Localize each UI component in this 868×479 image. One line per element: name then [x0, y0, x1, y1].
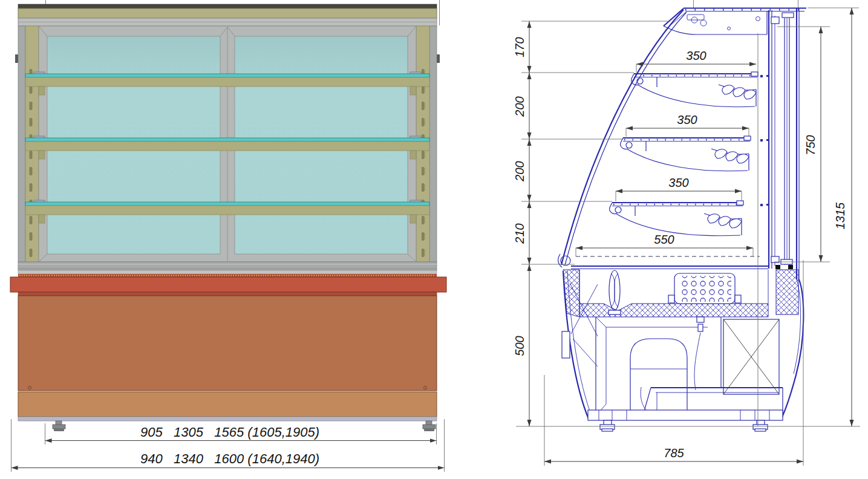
- dim-500: 500: [513, 336, 526, 356]
- side-foot-right: [753, 420, 768, 431]
- shelf-standard-slots-right: [422, 65, 425, 260]
- shelf-depth-dims: 350 350 350: [616, 49, 756, 201]
- shelf-hook: [39, 86, 45, 95]
- dim-350b: 350: [677, 113, 697, 126]
- inner-height-dim: 750: [774, 27, 830, 262]
- rail-cap: [782, 13, 794, 18]
- front-view: 905 1305 1565 (1605,1905) 940 1340 1600 …: [10, 0, 446, 472]
- side-shelf-2: [621, 136, 768, 171]
- side-shelf-3: [610, 201, 768, 236]
- side-rear-wall: [769, 8, 799, 279]
- dim-200b: 200: [513, 161, 526, 181]
- red-underband: [18, 292, 437, 296]
- foot-left: [53, 421, 65, 431]
- insulation-hatch-right: [776, 270, 798, 314]
- dim-350a: 350: [686, 49, 706, 62]
- outer-edge-right: [429, 26, 437, 262]
- shelf-hook: [410, 215, 416, 223]
- side-deck: [571, 256, 768, 269]
- base-light-strip: [18, 270, 437, 274]
- height-chain: 170 200 200 210 500: [513, 21, 529, 426]
- front-base: [10, 262, 446, 421]
- base-gray-band: [18, 262, 437, 270]
- foot-right: [423, 421, 436, 431]
- shelf-hook: [410, 86, 416, 95]
- side-basin: [563, 270, 798, 317]
- front-dimensions: 905 1305 1565 (1605,1905) 940 1340 1600 …: [11, 419, 445, 472]
- total-height-dim: 1315: [808, 8, 859, 426]
- side-foot-left: [600, 420, 615, 431]
- side-dimensions: 170 200 200 210 500 350 350 350: [513, 8, 860, 466]
- dimension-label-overall-width: 940 1340 1600 (1640,1940): [140, 451, 319, 466]
- evaporator-perforated-plate: [668, 273, 741, 304]
- side-shelf-1: [631, 72, 768, 107]
- shelf-glass: [25, 138, 429, 142]
- rail-cap: [771, 17, 779, 24]
- dim-550: 550: [654, 233, 674, 246]
- shelf-bar: [25, 142, 429, 151]
- shelf-bar: [25, 77, 429, 86]
- gasket: [788, 265, 793, 269]
- technical-drawing-page: 905 1305 1565 (1605,1905) 940 1340 1600 …: [0, 0, 868, 479]
- dim-350c: 350: [668, 176, 688, 189]
- insulation-hatch-bottom: [579, 304, 768, 317]
- base-red-band: [10, 277, 446, 292]
- dim-785: 785: [664, 446, 684, 460]
- side-view: 170 200 200 210 500 350 350 350: [513, 0, 860, 466]
- shelf-bar: [25, 206, 429, 215]
- gasket: [775, 265, 780, 269]
- drain-cable: [694, 317, 704, 390]
- access-panel: [562, 331, 570, 358]
- shelf-glass: [25, 202, 429, 206]
- base-terracotta-panel: [18, 296, 437, 391]
- compressor: [630, 339, 687, 416]
- top-edge-strip: [18, 4, 437, 8]
- plinth: [588, 410, 783, 420]
- shelf-hook: [39, 215, 45, 223]
- dim-170: 170: [513, 37, 526, 57]
- shelf-hook: [39, 151, 45, 159]
- shelf-glass: [25, 74, 429, 77]
- dim-200a: 200: [513, 96, 526, 117]
- condenser: [723, 319, 779, 394]
- top-khaki-band: [18, 8, 437, 18]
- dim-210: 210: [513, 223, 526, 244]
- dimension-label-body-width: 905 1305 1565 (1605,1905): [140, 425, 319, 440]
- technical-drawing-canvas: 905 1305 1565 (1605,1905) 940 1340 1600 …: [0, 0, 868, 479]
- rail-cap: [771, 256, 779, 262]
- plinth-strip: [18, 417, 437, 421]
- dim-1315: 1315: [834, 202, 847, 229]
- shelf-standard-slots-left: [29, 65, 33, 260]
- base-tan-panel: [18, 392, 437, 417]
- outer-edge-left: [18, 26, 25, 262]
- shelf-hook: [410, 151, 416, 159]
- dim-750: 750: [804, 135, 817, 155]
- total-depth-dim: 785: [544, 260, 803, 466]
- deck-depth-dim: 550: [576, 233, 753, 256]
